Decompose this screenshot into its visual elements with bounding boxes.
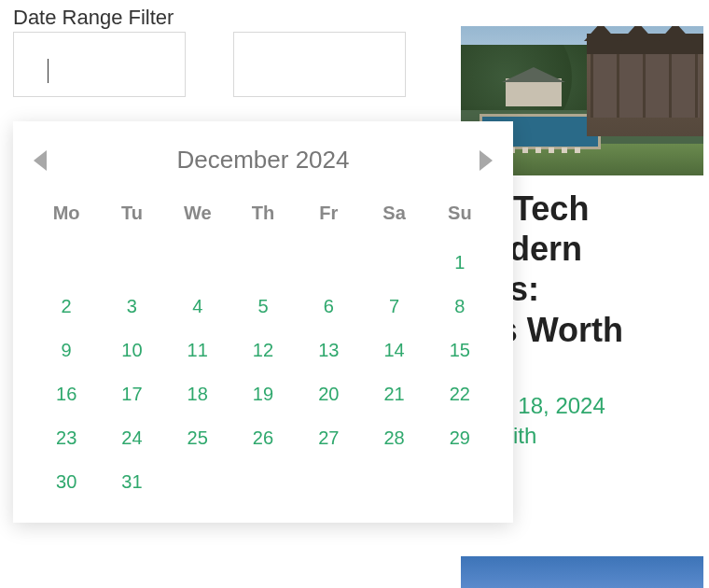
weekday-header: Mo bbox=[34, 195, 99, 241]
calendar-day[interactable]: 28 bbox=[361, 416, 426, 460]
calendar-day[interactable]: 2 bbox=[34, 285, 99, 329]
calendar-empty-cell bbox=[296, 460, 361, 504]
datepicker-header: December 2024 bbox=[34, 146, 493, 175]
calendar-empty-cell bbox=[296, 241, 361, 285]
calendar-day[interactable]: 12 bbox=[230, 329, 296, 372]
article-thumbnail-2 bbox=[461, 556, 703, 588]
weekday-header: Tu bbox=[99, 195, 164, 241]
calendar-day[interactable]: 17 bbox=[99, 372, 164, 416]
filter-label: Date Range Filter bbox=[13, 6, 174, 30]
calendar-day[interactable]: 27 bbox=[296, 416, 361, 460]
calendar-day[interactable]: 22 bbox=[427, 372, 493, 416]
calendar-day[interactable]: 3 bbox=[99, 285, 164, 329]
next-month-icon[interactable] bbox=[480, 150, 493, 171]
calendar-day[interactable]: 13 bbox=[296, 329, 361, 372]
calendar-day[interactable]: 5 bbox=[230, 285, 296, 329]
calendar-day[interactable]: 4 bbox=[165, 285, 230, 329]
month-year-label: December 2024 bbox=[177, 146, 350, 175]
weekday-header: Th bbox=[230, 195, 296, 241]
datepicker-popup: December 2024 MoTuWeThFrSaSu 12345678910… bbox=[13, 121, 513, 523]
calendar-day[interactable]: 14 bbox=[361, 329, 426, 372]
calendar-day[interactable]: 30 bbox=[34, 460, 99, 504]
calendar-day[interactable]: 29 bbox=[427, 416, 493, 460]
calendar-day[interactable]: 26 bbox=[230, 416, 296, 460]
calendar-day[interactable]: 25 bbox=[165, 416, 230, 460]
calendar-day[interactable]: 18 bbox=[165, 372, 230, 416]
calendar-day[interactable]: 6 bbox=[296, 285, 361, 329]
prev-month-icon[interactable] bbox=[34, 150, 47, 171]
calendar-empty-cell bbox=[361, 460, 426, 504]
weekday-header: Su bbox=[427, 195, 493, 241]
calendar-empty-cell bbox=[230, 460, 296, 504]
calendar-day[interactable]: 16 bbox=[34, 372, 99, 416]
calendar-day[interactable]: 8 bbox=[427, 285, 493, 329]
weekday-header: Fr bbox=[296, 195, 361, 241]
calendar-empty-cell bbox=[427, 460, 493, 504]
calendar-day[interactable]: 23 bbox=[34, 416, 99, 460]
weekday-header: We bbox=[165, 195, 230, 241]
weekday-header: Sa bbox=[361, 195, 426, 241]
calendar-day[interactable]: 24 bbox=[99, 416, 164, 460]
calendar-empty-cell bbox=[361, 241, 426, 285]
calendar-day[interactable]: 21 bbox=[361, 372, 426, 416]
calendar-grid: MoTuWeThFrSaSu 1234567891011121314151617… bbox=[34, 195, 493, 504]
calendar-day[interactable]: 9 bbox=[34, 329, 99, 372]
calendar-day[interactable]: 20 bbox=[296, 372, 361, 416]
calendar-day[interactable]: 19 bbox=[230, 372, 296, 416]
calendar-day[interactable]: 31 bbox=[99, 460, 164, 504]
calendar-day[interactable]: 7 bbox=[361, 285, 426, 329]
calendar-empty-cell bbox=[34, 241, 99, 285]
date-to-input[interactable] bbox=[233, 32, 406, 97]
text-cursor bbox=[48, 59, 49, 83]
calendar-day[interactable]: 10 bbox=[99, 329, 164, 372]
calendar-empty-cell bbox=[165, 460, 230, 504]
calendar-day[interactable]: 11 bbox=[165, 329, 230, 372]
calendar-empty-cell bbox=[99, 241, 164, 285]
calendar-empty-cell bbox=[165, 241, 230, 285]
date-from-input[interactable] bbox=[13, 32, 186, 97]
calendar-day[interactable]: 1 bbox=[427, 241, 493, 285]
calendar-day[interactable]: 15 bbox=[427, 329, 493, 372]
calendar-empty-cell bbox=[230, 241, 296, 285]
